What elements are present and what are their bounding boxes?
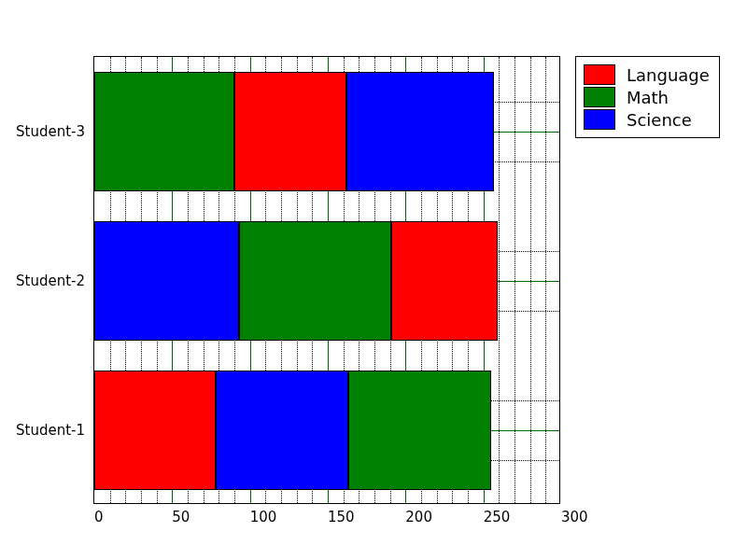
legend-label: Math — [627, 88, 669, 107]
bar-segment — [346, 72, 494, 191]
legend-item: Science — [584, 109, 710, 130]
bar-segment — [94, 371, 216, 490]
plot-area: 050100150200250300Student-1Student-2Stud… — [93, 56, 560, 504]
legend-swatch — [584, 64, 615, 85]
y-tick-label: Student-2 — [16, 273, 85, 289]
y-tick-label: Student-1 — [16, 422, 85, 439]
grid-minor — [545, 57, 546, 503]
legend-swatch — [584, 87, 615, 107]
bar-segment — [234, 72, 346, 191]
legend-item: Language — [584, 64, 710, 85]
grid-minor — [530, 57, 531, 503]
bar-segment — [239, 221, 391, 341]
legend-label: Science — [627, 110, 692, 130]
legend-item: Math — [584, 87, 710, 107]
bar-segment — [216, 371, 348, 490]
legend-swatch — [584, 109, 615, 130]
bar-segment — [348, 371, 491, 490]
bar-segment — [94, 72, 234, 191]
legend: LanguageMathScience — [575, 56, 720, 138]
bar-segment — [94, 221, 239, 341]
grid-minor — [499, 57, 500, 503]
legend-label: Language — [627, 65, 710, 85]
y-tick-label: Student-3 — [16, 123, 85, 140]
grid-minor — [514, 57, 515, 503]
bar-segment — [391, 221, 497, 341]
